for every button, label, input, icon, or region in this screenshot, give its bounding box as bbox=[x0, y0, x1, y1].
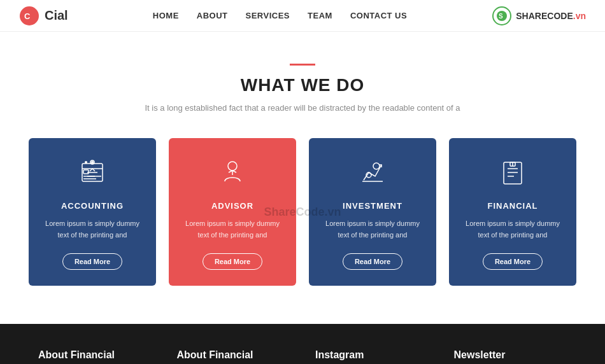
footer-col-newsletter: Newsletter SUBSCRIBE f 𝕥 in ▶ bbox=[454, 349, 567, 364]
financial-card: FINANCIAL Lorem ipsum is simply dummy te… bbox=[449, 138, 576, 286]
navbar: C Cial HOME ABOUT SERVICES TEAM CONTACT … bbox=[0, 0, 605, 32]
advisor-card: ADVISOR Lorem ipsum is simply dummy text… bbox=[169, 138, 296, 286]
nav-team[interactable]: TEAM bbox=[308, 11, 332, 20]
advisor-desc: Lorem ipsum is simply dummy text of the … bbox=[182, 218, 283, 241]
footer-col1-title: About Financial bbox=[38, 349, 152, 361]
investment-read-more-button[interactable]: Read More bbox=[343, 253, 402, 270]
footer-columns: About Financial 📍 Locations 📱 +01 987654… bbox=[38, 349, 567, 364]
footer-col-instagram: Instagram bbox=[315, 349, 429, 364]
sharecode-text: SHARECODE.vn bbox=[516, 11, 586, 21]
footer-col4-title: Newsletter bbox=[454, 349, 567, 361]
footer-col3-title: Instagram bbox=[315, 349, 429, 361]
financial-read-more-button[interactable]: Read More bbox=[483, 253, 543, 270]
financial-title: FINANCIAL bbox=[462, 201, 564, 211]
svg-point-17 bbox=[373, 163, 380, 169]
section-divider bbox=[290, 64, 315, 66]
accounting-title: ACCOUNTING bbox=[41, 201, 143, 211]
logo-icon: C bbox=[19, 6, 39, 26]
nav-services[interactable]: SERVICES bbox=[246, 11, 290, 20]
footer-col-about: About Financial ipsum dolor sit amet, co… bbox=[177, 349, 290, 364]
footer-col-contact: About Financial 📍 Locations 📱 +01 987654… bbox=[38, 349, 152, 364]
svg-text:S: S bbox=[499, 13, 503, 20]
what-we-do-section: WHAT WE DO It is a long established fact… bbox=[0, 32, 605, 324]
svg-rect-12 bbox=[83, 170, 89, 174]
financial-icon bbox=[462, 157, 564, 192]
nav-links: HOME ABOUT SERVICES TEAM CONTACT US bbox=[153, 11, 407, 20]
footer-col2-title: About Financial bbox=[177, 349, 290, 361]
advisor-icon bbox=[182, 157, 283, 192]
accounting-icon bbox=[41, 157, 143, 192]
investment-icon bbox=[322, 157, 424, 192]
logo-text: Cial bbox=[45, 8, 68, 23]
accounting-read-more-button[interactable]: Read More bbox=[62, 253, 122, 270]
svg-point-15 bbox=[228, 162, 237, 171]
nav-about[interactable]: ABOUT bbox=[197, 11, 228, 20]
advisor-title: ADVISOR bbox=[182, 201, 283, 211]
financial-desc: Lorem ipsum is simply dummy text of the … bbox=[462, 218, 564, 241]
svg-point-10 bbox=[85, 161, 87, 164]
section-title: WHAT WE DO bbox=[19, 75, 586, 95]
investment-desc: Lorem ipsum is simply dummy text of the … bbox=[322, 218, 424, 241]
sharecode-badge: S SHARECODE.vn bbox=[492, 6, 586, 26]
investment-card: INVESTMENT Lorem ipsum is simply dummy t… bbox=[309, 138, 436, 286]
cards-container: ShareCode.vn ACCOUNTING bbox=[19, 138, 586, 286]
sharecode-icon: S bbox=[492, 6, 512, 26]
accounting-card: ACCOUNTING Lorem ipsum is simply dummy t… bbox=[29, 138, 156, 286]
svg-text:C: C bbox=[24, 11, 31, 21]
investment-title: INVESTMENT bbox=[322, 201, 424, 211]
logo: C Cial bbox=[19, 6, 68, 26]
nav-contact[interactable]: CONTACT US bbox=[350, 11, 407, 20]
section-subtitle: It is a long established fact that a rea… bbox=[19, 103, 586, 113]
nav-home[interactable]: HOME bbox=[153, 11, 179, 20]
footer: About Financial 📍 Locations 📱 +01 987654… bbox=[0, 324, 605, 364]
svg-point-11 bbox=[91, 161, 94, 164]
accounting-desc: Lorem ipsum is simply dummy text of the … bbox=[41, 218, 143, 241]
advisor-read-more-button[interactable]: Read More bbox=[203, 253, 262, 270]
